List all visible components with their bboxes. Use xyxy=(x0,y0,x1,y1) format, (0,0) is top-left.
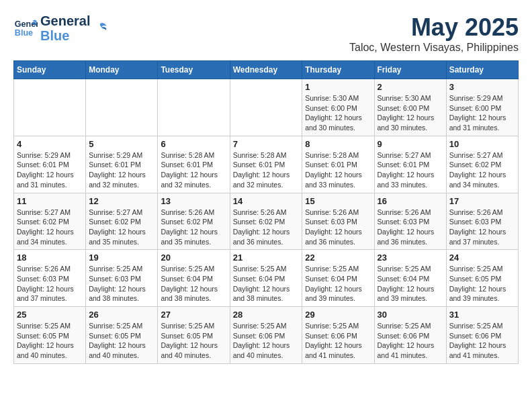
day-number: 2 xyxy=(378,82,443,92)
day-info: Sunrise: 5:27 AM Sunset: 6:02 PM Dayligh… xyxy=(449,150,515,190)
day-info: Sunrise: 5:28 AM Sunset: 6:01 PM Dayligh… xyxy=(305,150,371,190)
day-info: Sunrise: 5:25 AM Sunset: 6:04 PM Dayligh… xyxy=(161,264,226,304)
calendar-cell xyxy=(86,79,158,136)
day-info: Sunrise: 5:26 AM Sunset: 6:03 PM Dayligh… xyxy=(305,208,371,247)
calendar-cell: 16Sunrise: 5:26 AM Sunset: 6:03 PM Dayli… xyxy=(374,193,446,250)
day-info: Sunrise: 5:26 AM Sunset: 6:02 PM Dayligh… xyxy=(161,208,226,247)
calendar-cell: 1Sunrise: 5:30 AM Sunset: 6:00 PM Daylig… xyxy=(302,79,374,136)
calendar-week-row: 25Sunrise: 5:25 AM Sunset: 6:05 PM Dayli… xyxy=(14,307,519,364)
calendar-week-row: 1Sunrise: 5:30 AM Sunset: 6:00 PM Daylig… xyxy=(14,79,519,136)
day-number: 24 xyxy=(449,253,515,263)
day-number: 12 xyxy=(89,196,154,206)
day-number: 7 xyxy=(233,139,300,149)
calendar-cell: 2Sunrise: 5:30 AM Sunset: 6:00 PM Daylig… xyxy=(374,79,446,136)
calendar-cell: 7Sunrise: 5:28 AM Sunset: 6:01 PM Daylig… xyxy=(230,136,302,193)
day-number: 25 xyxy=(17,310,83,320)
calendar-cell: 18Sunrise: 5:26 AM Sunset: 6:03 PM Dayli… xyxy=(14,250,86,307)
day-info: Sunrise: 5:27 AM Sunset: 6:01 PM Dayligh… xyxy=(378,150,443,190)
page-title: May 2025 xyxy=(349,13,519,42)
day-number: 31 xyxy=(449,310,515,320)
weekday-header-monday: Monday xyxy=(86,61,158,79)
calendar-week-row: 4Sunrise: 5:29 AM Sunset: 6:01 PM Daylig… xyxy=(14,136,519,193)
day-number: 30 xyxy=(378,310,443,320)
day-number: 5 xyxy=(89,139,154,149)
day-info: Sunrise: 5:25 AM Sunset: 6:04 PM Dayligh… xyxy=(305,264,371,304)
calendar-cell: 23Sunrise: 5:25 AM Sunset: 6:04 PM Dayli… xyxy=(374,250,446,307)
day-info: Sunrise: 5:25 AM Sunset: 6:06 PM Dayligh… xyxy=(378,321,443,361)
day-info: Sunrise: 5:25 AM Sunset: 6:06 PM Dayligh… xyxy=(305,321,371,361)
page-subtitle: Taloc, Western Visayas, Philippines xyxy=(349,42,519,54)
calendar-cell: 19Sunrise: 5:25 AM Sunset: 6:03 PM Dayli… xyxy=(86,250,158,307)
day-info: Sunrise: 5:25 AM Sunset: 6:04 PM Dayligh… xyxy=(233,264,300,304)
day-info: Sunrise: 5:26 AM Sunset: 6:03 PM Dayligh… xyxy=(378,208,443,247)
calendar-cell: 28Sunrise: 5:25 AM Sunset: 6:06 PM Dayli… xyxy=(230,307,302,364)
day-info: Sunrise: 5:27 AM Sunset: 6:02 PM Dayligh… xyxy=(89,208,154,247)
calendar-cell xyxy=(230,79,302,136)
calendar-cell: 14Sunrise: 5:26 AM Sunset: 6:02 PM Dayli… xyxy=(230,193,302,250)
day-number: 26 xyxy=(89,310,154,320)
day-info: Sunrise: 5:25 AM Sunset: 6:06 PM Dayligh… xyxy=(449,321,515,361)
calendar-cell: 31Sunrise: 5:25 AM Sunset: 6:06 PM Dayli… xyxy=(446,307,518,364)
weekday-header-wednesday: Wednesday xyxy=(230,61,302,79)
day-number: 8 xyxy=(305,139,371,149)
calendar-cell: 12Sunrise: 5:27 AM Sunset: 6:02 PM Dayli… xyxy=(86,193,158,250)
weekday-header-friday: Friday xyxy=(374,61,446,79)
calendar-table: SundayMondayTuesdayWednesdayThursdayFrid… xyxy=(13,60,519,364)
day-info: Sunrise: 5:26 AM Sunset: 6:03 PM Dayligh… xyxy=(17,264,83,304)
calendar-cell: 30Sunrise: 5:25 AM Sunset: 6:06 PM Dayli… xyxy=(374,307,446,364)
calendar-cell: 27Sunrise: 5:25 AM Sunset: 6:05 PM Dayli… xyxy=(158,307,230,364)
logo: General Blue General Blue xyxy=(13,13,107,43)
day-info: Sunrise: 5:25 AM Sunset: 6:05 PM Dayligh… xyxy=(161,321,226,361)
day-number: 28 xyxy=(233,310,300,320)
day-number: 17 xyxy=(449,196,515,206)
calendar-week-row: 18Sunrise: 5:26 AM Sunset: 6:03 PM Dayli… xyxy=(14,250,519,307)
day-number: 18 xyxy=(17,253,83,263)
svg-text:Blue: Blue xyxy=(15,28,33,38)
day-number: 19 xyxy=(89,253,154,263)
day-info: Sunrise: 5:27 AM Sunset: 6:02 PM Dayligh… xyxy=(17,208,83,247)
day-number: 9 xyxy=(378,139,443,149)
day-info: Sunrise: 5:25 AM Sunset: 6:06 PM Dayligh… xyxy=(233,321,300,361)
logo-blue: Blue xyxy=(40,28,90,43)
day-info: Sunrise: 5:28 AM Sunset: 6:01 PM Dayligh… xyxy=(161,150,226,190)
day-number: 14 xyxy=(233,196,300,206)
day-number: 10 xyxy=(449,139,515,149)
day-number: 23 xyxy=(378,253,443,263)
calendar-cell: 5Sunrise: 5:29 AM Sunset: 6:01 PM Daylig… xyxy=(86,136,158,193)
day-info: Sunrise: 5:25 AM Sunset: 6:05 PM Dayligh… xyxy=(449,264,515,304)
day-number: 16 xyxy=(378,196,443,206)
day-number: 20 xyxy=(161,253,226,263)
logo-icon: General Blue xyxy=(13,16,38,40)
calendar-cell xyxy=(14,79,86,136)
logo-general: General xyxy=(40,13,90,28)
day-number: 4 xyxy=(17,139,83,149)
day-info: Sunrise: 5:25 AM Sunset: 6:05 PM Dayligh… xyxy=(17,321,83,361)
page-header: General Blue General Blue May 2025 Taloc… xyxy=(13,13,519,54)
day-info: Sunrise: 5:30 AM Sunset: 6:00 PM Dayligh… xyxy=(378,93,443,133)
day-number: 3 xyxy=(449,82,515,92)
calendar-cell: 13Sunrise: 5:26 AM Sunset: 6:02 PM Dayli… xyxy=(158,193,230,250)
day-info: Sunrise: 5:29 AM Sunset: 6:00 PM Dayligh… xyxy=(449,93,515,133)
calendar-cell: 3Sunrise: 5:29 AM Sunset: 6:00 PM Daylig… xyxy=(446,79,518,136)
calendar-cell: 8Sunrise: 5:28 AM Sunset: 6:01 PM Daylig… xyxy=(302,136,374,193)
day-number: 6 xyxy=(161,139,226,149)
weekday-header-sunday: Sunday xyxy=(14,61,86,79)
calendar-cell xyxy=(158,79,230,136)
day-info: Sunrise: 5:25 AM Sunset: 6:03 PM Dayligh… xyxy=(89,264,154,304)
day-info: Sunrise: 5:26 AM Sunset: 6:02 PM Dayligh… xyxy=(233,208,300,247)
calendar-cell: 22Sunrise: 5:25 AM Sunset: 6:04 PM Dayli… xyxy=(302,250,374,307)
day-number: 22 xyxy=(305,253,371,263)
weekday-header-thursday: Thursday xyxy=(302,61,374,79)
calendar-header-row: SundayMondayTuesdayWednesdayThursdayFrid… xyxy=(14,61,519,79)
day-info: Sunrise: 5:26 AM Sunset: 6:03 PM Dayligh… xyxy=(449,208,515,247)
calendar-cell: 29Sunrise: 5:25 AM Sunset: 6:06 PM Dayli… xyxy=(302,307,374,364)
calendar-cell: 25Sunrise: 5:25 AM Sunset: 6:05 PM Dayli… xyxy=(14,307,86,364)
day-number: 1 xyxy=(305,82,371,92)
day-info: Sunrise: 5:29 AM Sunset: 6:01 PM Dayligh… xyxy=(17,150,83,190)
day-info: Sunrise: 5:25 AM Sunset: 6:04 PM Dayligh… xyxy=(378,264,443,304)
day-info: Sunrise: 5:30 AM Sunset: 6:00 PM Dayligh… xyxy=(305,93,371,133)
day-number: 11 xyxy=(17,196,83,206)
day-number: 27 xyxy=(161,310,226,320)
calendar-cell: 26Sunrise: 5:25 AM Sunset: 6:05 PM Dayli… xyxy=(86,307,158,364)
calendar-cell: 24Sunrise: 5:25 AM Sunset: 6:05 PM Dayli… xyxy=(446,250,518,307)
